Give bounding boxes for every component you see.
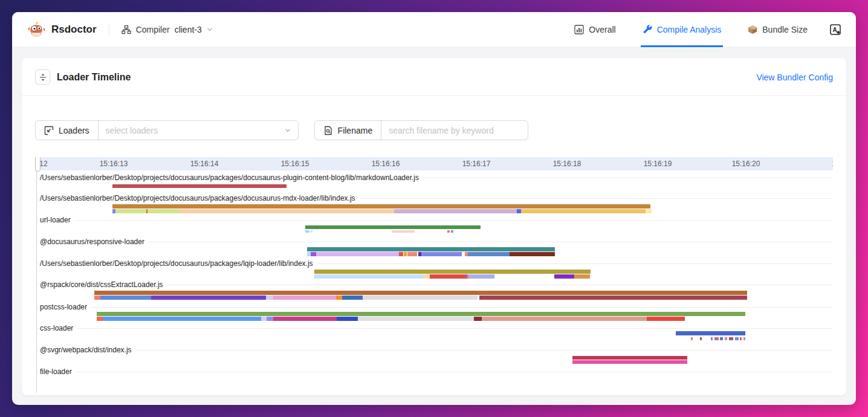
view-bundler-config-link[interactable]: View Bundler Config [756, 73, 833, 82]
filename-input-wrap [381, 121, 528, 140]
time-axis[interactable]: :1215:16:1315:16:1415:16:1515:16:1615:16… [35, 157, 833, 170]
expand-rows-button[interactable] [35, 70, 50, 85]
loader-bar[interactable] [691, 337, 693, 340]
loader-bar[interactable] [404, 252, 407, 256]
time-tick-label: 15:16:13 [100, 157, 128, 170]
loader-bar[interactable] [676, 331, 745, 335]
loader-bar[interactable] [394, 209, 517, 213]
loader-bar[interactable] [112, 204, 650, 208]
loader-bar[interactable] [179, 209, 394, 213]
loader-bar[interactable] [103, 317, 261, 321]
row-gridline [36, 307, 833, 308]
loader-bar[interactable] [572, 356, 687, 360]
chevron-down-icon [285, 128, 291, 134]
timeline-row-label: @docusaurus/responsive-loader [40, 238, 149, 246]
loader-bar[interactable] [112, 184, 287, 188]
loader-bar[interactable] [423, 274, 430, 279]
loader-bar[interactable] [94, 296, 100, 300]
loader-bar[interactable] [399, 252, 403, 256]
filename-filter-group: Filename [314, 120, 529, 140]
loader-bar[interactable] [521, 209, 646, 213]
loader-bar[interactable] [554, 274, 574, 279]
loader-bar[interactable] [261, 317, 267, 321]
brand[interactable]: Rsdoctor [28, 21, 97, 39]
loader-bar[interactable] [720, 337, 723, 340]
loaders-select[interactable]: select loaders [99, 121, 298, 140]
time-tick-label: 15:16:17 [462, 157, 491, 170]
loader-bar[interactable] [647, 317, 685, 321]
loader-bar[interactable] [97, 317, 103, 321]
loader-bar[interactable] [316, 252, 399, 256]
loader-bar[interactable] [407, 252, 417, 256]
page-title: Loader Timeline [57, 72, 131, 83]
card-divider [22, 95, 846, 96]
loader-bar[interactable] [305, 230, 309, 233]
brand-name: Rsdoctor [51, 24, 97, 36]
loader-bar[interactable] [729, 337, 733, 340]
timeline-row-label: file-loader [40, 367, 76, 376]
header-divider [109, 23, 109, 36]
loader-bar[interactable] [336, 296, 342, 300]
bar-chart-icon [574, 25, 584, 34]
loader-bar[interactable] [97, 312, 745, 316]
nav-item-overall[interactable]: Overall [572, 12, 617, 47]
loader-bar[interactable] [572, 360, 687, 364]
loader-bar[interactable] [646, 209, 652, 213]
loader-bar[interactable] [267, 317, 273, 321]
loader-bar[interactable] [474, 317, 482, 321]
loader-bar[interactable] [700, 337, 702, 340]
loader-bar[interactable] [482, 317, 647, 321]
loader-bar[interactable] [468, 252, 510, 256]
translate-button[interactable]: A [829, 24, 841, 36]
loader-bar[interactable] [421, 252, 462, 256]
loader-bar[interactable] [479, 296, 747, 300]
loader-bar[interactable] [574, 274, 590, 279]
compiler-select[interactable]: Compiler client-3 [121, 25, 213, 34]
loader-bar[interactable] [314, 270, 591, 274]
nav-item-compile-analysis[interactable]: Compile Analysis [641, 12, 724, 47]
loader-bar[interactable] [273, 296, 336, 300]
loader-bar[interactable] [100, 296, 151, 300]
loader-bar[interactable] [314, 274, 423, 279]
loader-bar[interactable] [358, 317, 474, 321]
chevron-down-icon [207, 27, 213, 33]
loader-bar[interactable] [725, 337, 727, 340]
loader-bar[interactable] [743, 337, 745, 340]
loader-bar[interactable] [94, 291, 747, 295]
loader-bar[interactable] [363, 296, 478, 300]
compiler-value: client-3 [175, 25, 202, 34]
loader-bar[interactable] [311, 252, 316, 256]
loader-bar[interactable] [305, 225, 481, 229]
timeline-row-label: /Users/sebastienlorber/Desktop/projects/… [40, 194, 360, 202]
filter-row: Loaders select loaders Filename [35, 120, 833, 140]
loaders-label: Loaders [59, 126, 89, 135]
loader-bar[interactable] [714, 337, 719, 340]
loader-bar[interactable] [392, 230, 415, 233]
row-gridline [36, 350, 833, 351]
loader-bar[interactable] [146, 209, 147, 213]
nav-item-bundle-size[interactable]: Bundle Size [746, 12, 809, 47]
loader-bar[interactable] [342, 296, 363, 300]
axis-scroll-thumb[interactable] [35, 157, 40, 172]
chart-left-border [36, 157, 37, 393]
filename-input[interactable] [389, 126, 520, 135]
loader-bar[interactable] [510, 252, 555, 256]
app-window: Rsdoctor Compiler client-3 [12, 12, 856, 405]
loader-bar[interactable] [266, 296, 273, 300]
loader-bar[interactable] [740, 337, 742, 340]
loader-bar[interactable] [517, 209, 521, 213]
loader-bar[interactable] [307, 247, 555, 251]
nav-label: Compile Analysis [657, 25, 722, 34]
loader-bar[interactable] [711, 337, 713, 340]
loader-bar[interactable] [447, 230, 450, 233]
compiler-label: Compiler [136, 25, 170, 34]
loader-bar[interactable] [735, 337, 739, 340]
loader-bar[interactable] [469, 274, 494, 279]
loader-bar[interactable] [273, 317, 337, 321]
loader-bar[interactable] [311, 230, 313, 233]
loader-bar[interactable] [151, 296, 266, 300]
row-gridline [36, 328, 833, 329]
loader-bar[interactable] [451, 230, 453, 233]
loader-bar[interactable] [430, 274, 465, 279]
loader-bar[interactable] [337, 317, 358, 321]
